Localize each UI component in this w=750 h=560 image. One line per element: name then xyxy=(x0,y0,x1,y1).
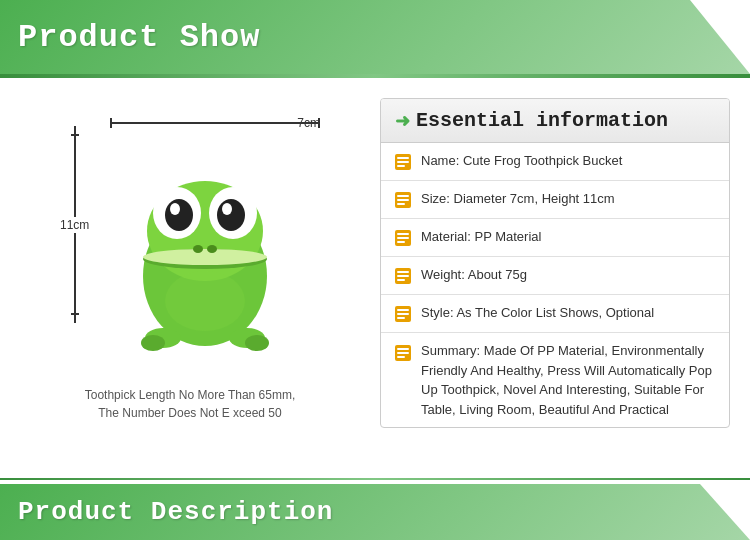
svg-point-14 xyxy=(193,245,203,253)
info-arrow-icon: ➜ xyxy=(395,110,410,132)
product-image-container: 11cm 7cm xyxy=(50,98,330,378)
svg-rect-32 xyxy=(397,279,405,281)
info-text-name: Name: Cute Frog Toothpick Bucket xyxy=(421,151,622,171)
product-caption: Toothpick Length No More Than 65mm, The … xyxy=(85,386,296,422)
frog-illustration xyxy=(115,131,295,361)
svg-point-5 xyxy=(141,335,165,351)
svg-rect-30 xyxy=(397,271,409,273)
svg-point-13 xyxy=(222,203,232,215)
caption-line2: The Number Does Not E xceed 50 xyxy=(98,406,281,420)
svg-point-10 xyxy=(165,199,193,231)
svg-rect-36 xyxy=(397,317,405,319)
svg-rect-26 xyxy=(397,233,409,235)
weight-icon xyxy=(393,266,413,286)
info-text-weight: Weight: About 75g xyxy=(421,265,527,285)
footer-banner: Product Description xyxy=(0,484,750,540)
material-icon xyxy=(393,228,413,248)
info-row-material: Material: PP Material xyxy=(381,219,729,257)
svg-point-7 xyxy=(245,335,269,351)
width-line xyxy=(110,122,320,124)
svg-point-16 xyxy=(165,271,245,331)
svg-rect-18 xyxy=(397,157,409,159)
svg-rect-39 xyxy=(397,352,409,354)
footer-title: Product Description xyxy=(18,497,333,527)
info-section-title: Essential information xyxy=(416,109,668,132)
caption-line1: Toothpick Length No More Than 65mm, xyxy=(85,388,296,402)
svg-rect-27 xyxy=(397,237,409,239)
page-title: Product Show xyxy=(18,19,260,56)
svg-rect-28 xyxy=(397,241,405,243)
info-row-summary: Summary: Made Of PP Material, Environmen… xyxy=(381,333,729,427)
product-right: ➜ Essential information Name: Cute Frog … xyxy=(380,88,730,468)
style-icon xyxy=(393,304,413,324)
info-text-summary: Summary: Made Of PP Material, Environmen… xyxy=(421,341,717,419)
info-box: ➜ Essential information Name: Cute Frog … xyxy=(380,98,730,428)
summary-icon xyxy=(393,343,413,363)
divider-bottom xyxy=(0,478,750,480)
svg-rect-23 xyxy=(397,199,409,201)
svg-point-3 xyxy=(143,249,267,265)
info-row-name: Name: Cute Frog Toothpick Bucket xyxy=(381,143,729,181)
product-left: 11cm 7cm xyxy=(20,88,360,468)
name-icon xyxy=(393,152,413,172)
info-row-size: Size: Diameter 7cm, Height 11cm xyxy=(381,181,729,219)
main-content: 11cm 7cm xyxy=(0,78,750,478)
svg-point-15 xyxy=(207,245,217,253)
info-row-weight: Weight: About 75g xyxy=(381,257,729,295)
svg-point-11 xyxy=(217,199,245,231)
header-banner: Product Show xyxy=(0,0,750,74)
info-header: ➜ Essential information xyxy=(381,99,729,143)
svg-rect-35 xyxy=(397,313,409,315)
height-dimension: 11cm xyxy=(58,126,91,323)
svg-rect-22 xyxy=(397,195,409,197)
info-row-style: Style: As The Color List Shows, Optional xyxy=(381,295,729,333)
svg-rect-40 xyxy=(397,356,405,358)
svg-rect-24 xyxy=(397,203,405,205)
info-text-size: Size: Diameter 7cm, Height 11cm xyxy=(421,189,615,209)
info-text-material: Material: PP Material xyxy=(421,227,541,247)
svg-rect-34 xyxy=(397,309,409,311)
height-label: 11cm xyxy=(58,217,91,233)
svg-rect-20 xyxy=(397,165,405,167)
svg-rect-31 xyxy=(397,275,409,277)
svg-rect-19 xyxy=(397,161,409,163)
svg-point-12 xyxy=(170,203,180,215)
svg-rect-38 xyxy=(397,348,409,350)
info-text-style: Style: As The Color List Shows, Optional xyxy=(421,303,654,323)
size-icon xyxy=(393,190,413,210)
